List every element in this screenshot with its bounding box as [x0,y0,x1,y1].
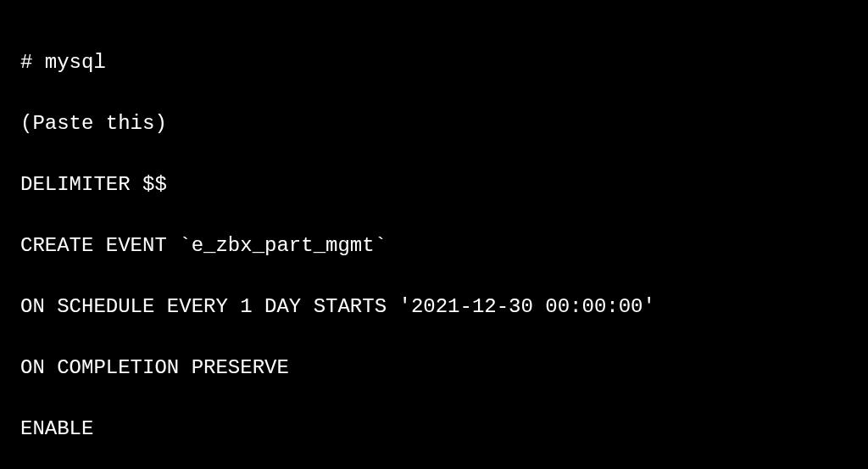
code-line: # mysql [20,47,848,78]
code-line: (Paste this) [20,109,848,139]
code-line: DELIMITER $$ [20,170,848,200]
code-line: ENABLE [20,414,848,444]
code-line: CREATE EVENT `e_zbx_part_mgmt` [20,231,848,261]
code-block: # mysql (Paste this) DELIMITER $$ CREATE… [20,17,848,469]
code-line: ON COMPLETION PRESERVE [20,353,848,383]
code-line: ON SCHEDULE EVERY 1 DAY STARTS '2021-12-… [20,292,848,322]
